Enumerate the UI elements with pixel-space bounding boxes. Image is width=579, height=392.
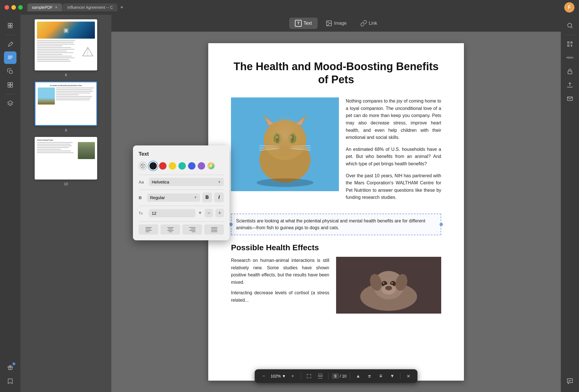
svg-rect-3 [11,26,12,28]
fit-width-button[interactable] [316,372,325,381]
image-tool-button[interactable]: Image [320,18,352,29]
color-more[interactable] [207,162,215,170]
next-page-down-button[interactable] [365,372,374,381]
zoom-out-button[interactable]: − [259,372,268,381]
bold-button[interactable]: B [202,193,212,202]
color-red[interactable] [159,162,166,170]
tab-label-influencer: Influencer Agreement -- C [67,5,113,10]
color-black[interactable] [149,162,157,170]
search-icon[interactable] [564,19,576,32]
next-page-button[interactable]: ▼ [388,372,397,381]
size-decrease-button[interactable]: − [205,209,213,217]
page-separator: / [340,374,341,378]
lock-icon[interactable] [564,65,576,78]
text-tool-button[interactable]: T Text [289,18,317,29]
color-yellow[interactable] [169,162,176,170]
avatar[interactable]: F [564,2,574,12]
thumbnail-page-9[interactable]: The Health and Mood-Boosting Benefits of… [35,82,97,126]
gift-icon[interactable] [4,361,16,374]
size-input[interactable]: 12 [149,209,195,217]
palette-icon[interactable] [139,162,147,170]
size-value: 12 [152,211,157,216]
bold-label: B [205,195,209,200]
page-input[interactable] [332,373,339,379]
pdf-highlight-box[interactable]: Scientists are looking at what the poten… [231,214,441,235]
tab-influencer[interactable]: Influencer Agreement -- C [63,3,117,11]
color-teal[interactable] [178,162,186,170]
highlight-handle-right[interactable] [440,223,443,226]
tab-close-sample[interactable]: ✕ [55,5,58,9]
minimize-button[interactable] [11,5,16,10]
zoom-value: 102% [270,374,281,378]
mail-icon[interactable] [564,92,576,105]
prev-page-button[interactable]: ▲ [354,372,363,381]
maximize-button[interactable] [18,5,23,10]
thumb-body-text-10 [37,142,77,159]
divider-2 [139,189,224,190]
svg-point-55 [142,166,143,167]
weight-select[interactable]: Regular ▼ [147,193,200,202]
align-center-button[interactable] [161,224,180,235]
color-purple[interactable] [198,162,205,170]
prev-page-up-button[interactable] [376,372,386,381]
edit-icon[interactable] [4,51,16,64]
thumbnail-page-10[interactable]: Animals Helping People [35,137,97,180]
weight-chevron: ▼ [194,195,197,199]
thumb-body-text-9 [56,87,94,105]
pdf-page: The Health and Mood-Boosting Benefits of… [208,43,464,381]
svg-point-29 [276,135,280,143]
pdf-body-para-1: Research on human-animal interactions is… [231,257,329,286]
bottom-toolbar: − 102% ▼ + / 10 [255,369,417,383]
text-tool-icon: T [295,20,302,27]
italic-button[interactable]: I [214,193,224,202]
divider-bt-3 [350,373,350,380]
svg-rect-12 [11,85,13,87]
divider-3 [139,206,224,206]
svg-point-54 [143,164,144,166]
highlight-handle-left[interactable] [229,223,233,226]
tab-sample-pdf[interactable]: samplePDF ✕ [27,3,62,11]
size-dropdown-arrow[interactable]: ▼ [198,210,202,216]
link-tool-label: Link [369,21,377,26]
zoom-chevron[interactable]: ▼ [282,374,286,378]
popup-title: Text [139,151,224,157]
thumbnail-panel: 8 The Health and Mood-Boosting Benefits … [20,15,111,392]
svg-point-31 [276,136,278,138]
pdfa-icon[interactable]: PDF/A [564,51,576,64]
close-toolbar-button[interactable]: ✕ [404,372,413,381]
svg-point-27 [274,134,282,144]
divider-1 [139,175,224,175]
share-icon[interactable] [564,79,576,91]
copy-icon[interactable] [4,65,16,78]
chat-icon[interactable] [564,375,576,387]
zoom-in-button[interactable]: + [288,372,297,381]
add-tab-button[interactable]: + [118,3,126,12]
thumbnail-container-8: 8 [25,19,107,77]
svg-point-30 [290,135,294,143]
content-toolbar: T Text Image Link [111,15,561,32]
text-tool-label: Text [303,21,312,26]
size-tr-label: Tr [139,211,147,215]
thumbnail-page-8[interactable] [35,19,97,70]
transform-icon[interactable] [4,79,16,91]
svg-point-48 [383,282,384,284]
thumbnail-num-8: 8 [65,73,67,77]
bookmark-icon[interactable] [4,375,16,387]
color-blue[interactable] [188,162,195,170]
size-increase-button[interactable]: + [215,209,224,217]
svg-line-34 [259,146,279,146]
content-area: T Text Image Link T [111,15,561,392]
highlight-icon[interactable] [4,38,16,50]
font-select[interactable]: Helvetica ▼ [149,178,224,186]
left-sidebar [0,15,20,392]
align-left-button[interactable] [139,224,158,235]
layers-icon[interactable] [4,97,16,110]
fit-page-button[interactable] [304,372,313,381]
scan-icon[interactable] [564,38,576,50]
align-justify-button[interactable] [204,224,224,235]
close-button[interactable] [5,5,9,10]
titlebar: samplePDF ✕ Influencer Agreement -- C + … [0,0,579,15]
pages-icon[interactable] [4,19,16,32]
link-tool-button[interactable]: Link [355,18,383,29]
align-right-button[interactable] [182,224,202,235]
